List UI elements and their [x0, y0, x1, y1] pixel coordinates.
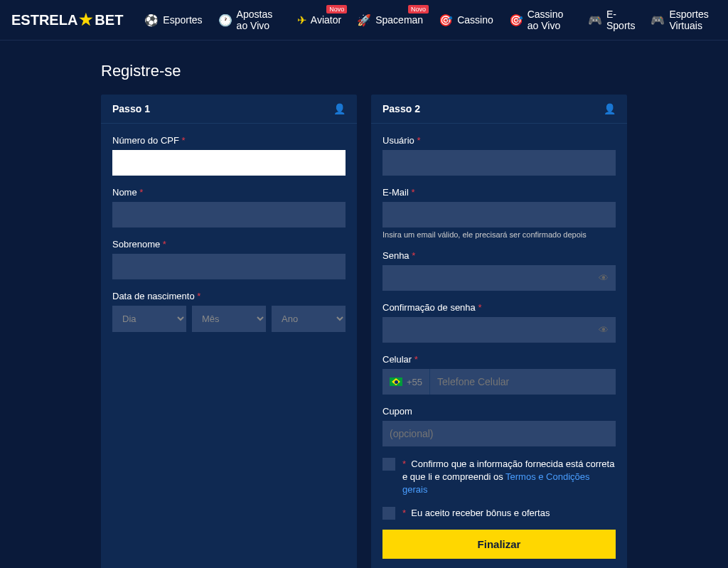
plane-icon: ✈: [297, 14, 306, 27]
cpf-label: Número do CPF *: [112, 135, 346, 146]
step1-header: Passo 1 👤: [101, 95, 357, 124]
main-nav: ⚽ Esportes 🕐 Apostas ao Vivo ✈ Aviator N…: [144, 9, 717, 31]
terms-checkbox[interactable]: [382, 458, 395, 471]
brazil-flag-icon: [390, 377, 402, 386]
nav-cassino-vivo[interactable]: 🎯 Cassino ao Vivo: [509, 9, 572, 31]
form-panels: Passo 1 👤 Número do CPF * Nome *: [101, 95, 627, 568]
usuario-input[interactable]: [382, 150, 616, 176]
senha-input[interactable]: [382, 265, 616, 291]
chip-icon: 🎯: [439, 14, 453, 27]
nome-input[interactable]: [112, 202, 346, 227]
user-icon: 👤: [333, 103, 346, 114]
nav-esports[interactable]: 🎮 E-Sports: [588, 9, 635, 31]
celular-label: Celular *: [382, 354, 616, 365]
phone-prefix[interactable]: +55: [382, 369, 430, 395]
sobrenome-input[interactable]: [112, 254, 346, 279]
gamepad-icon: 🎮: [651, 14, 665, 27]
soccer-icon: ⚽: [144, 14, 159, 27]
ano-select[interactable]: Ano: [272, 306, 346, 332]
nav-spaceman[interactable]: 🚀 Spaceman Novo: [357, 14, 423, 27]
register-container: Registre-se Passo 1 👤 Número do CPF * No…: [94, 62, 634, 568]
nav-apostas-vivo[interactable]: 🕐 Apostas ao Vivo: [218, 9, 282, 31]
user-icon: 👤: [604, 103, 616, 114]
cupom-label: Cupom: [382, 406, 616, 417]
nav-cassino[interactable]: 🎯 Cassino: [439, 14, 493, 27]
nome-label: Nome *: [112, 187, 346, 198]
usuario-label: Usuário *: [382, 135, 616, 146]
new-badge: Novo: [408, 5, 429, 14]
terms-label: * Confirmo que a informação fornecida es…: [402, 458, 616, 497]
step1-panel: Passo 1 👤 Número do CPF * Nome *: [101, 95, 357, 568]
nav-esportes[interactable]: ⚽ Esportes: [144, 14, 202, 27]
eye-icon[interactable]: 👁: [599, 272, 609, 284]
step2-title: Passo 2: [382, 103, 420, 114]
email-input[interactable]: [382, 202, 616, 227]
main-header: ESTRELA ★ BET ⚽ Esportes 🕐 Apostas ao Vi…: [0, 0, 728, 41]
clock-icon: 🕐: [218, 14, 232, 27]
email-label: E-Mail *: [382, 187, 616, 198]
bonus-checkbox[interactable]: [382, 507, 395, 520]
nav-aviator[interactable]: ✈ Aviator Novo: [297, 14, 341, 27]
eye-icon[interactable]: 👁: [599, 324, 609, 336]
brand-part2: BET: [95, 12, 123, 28]
rocket-icon: 🚀: [357, 14, 371, 27]
email-hint: Insira um email válido, ele precisará se…: [382, 230, 616, 239]
dia-select[interactable]: Dia: [112, 306, 186, 332]
sobrenome-label: Sobrenome *: [112, 239, 346, 250]
conf-senha-input[interactable]: [382, 317, 616, 343]
chip-live-icon: 🎯: [509, 14, 523, 27]
celular-input[interactable]: [430, 369, 616, 395]
mes-select[interactable]: Mês: [192, 306, 266, 332]
nav-virtuais[interactable]: 🎮 Esportes Virtuais: [651, 9, 717, 31]
bonus-label: * Eu aceito receber bônus e ofertas: [402, 507, 550, 520]
cupom-input[interactable]: [382, 421, 616, 446]
brand-logo[interactable]: ESTRELA ★ BET: [11, 11, 123, 29]
step1-title: Passo 1: [112, 103, 150, 114]
cpf-input[interactable]: [112, 150, 346, 176]
finalizar-button[interactable]: Finalizar: [382, 530, 616, 559]
brand-part1: ESTRELA: [11, 12, 77, 28]
step2-panel: Passo 2 👤 Usuário * E-Mail * Insira um e…: [371, 95, 627, 568]
step2-header: Passo 2 👤: [371, 95, 627, 124]
star-icon: ★: [79, 11, 93, 29]
esports-icon: 🎮: [588, 14, 602, 27]
nascimento-label: Data de nascimento *: [112, 291, 346, 301]
page-title: Registre-se: [101, 62, 627, 80]
conf-senha-label: Confirmação de senha *: [382, 302, 616, 313]
new-badge: Novo: [326, 5, 347, 14]
senha-label: Senha *: [382, 250, 616, 261]
